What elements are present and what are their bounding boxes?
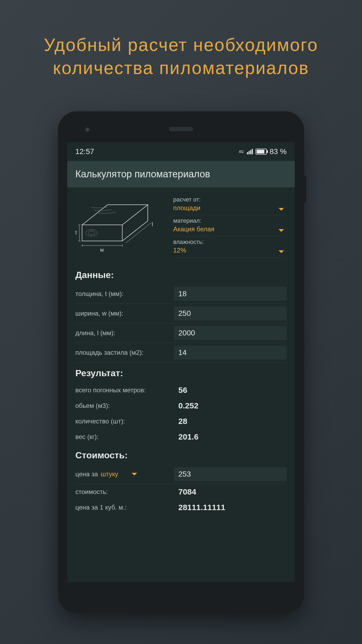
- weight-value: 201.6: [174, 432, 287, 441]
- total-cost-row: стоимость: 7084: [75, 484, 287, 500]
- length-input[interactable]: 2000: [174, 326, 287, 340]
- chevron-down-icon: [279, 208, 284, 211]
- price-per-cubic-label: цена за 1 куб. м.:: [75, 504, 174, 511]
- thickness-input[interactable]: 18: [174, 287, 287, 301]
- status-bar: 12:57 4G 83 %: [67, 142, 295, 161]
- width-label: ширина, w (мм):: [75, 310, 174, 317]
- price-per-cubic-value: 28111.11111: [174, 503, 287, 512]
- calc-from-value: площади: [173, 204, 287, 212]
- area-row: площадь застила (м2): 14: [75, 343, 287, 363]
- width-input[interactable]: 250: [174, 306, 287, 320]
- volume-row: обьем (м3): 0.252: [75, 398, 287, 414]
- cost-section-title: Стоимость:: [75, 445, 287, 464]
- area-input[interactable]: 14: [174, 346, 287, 360]
- linear-meters-row: всего погонных метров: 56: [75, 382, 287, 398]
- weight-label: вес (кг):: [75, 433, 174, 441]
- thickness-label: толщина, t (мм):: [75, 290, 174, 298]
- lumber-diagram: t w l: [75, 194, 165, 254]
- area-label: площадь застила (м2):: [75, 349, 174, 356]
- thickness-row: толщина, t (мм): 18: [75, 284, 287, 304]
- signal-icon: [247, 149, 253, 154]
- quantity-label: количество (шт):: [75, 418, 174, 425]
- status-time: 12:57: [75, 147, 94, 156]
- price-per-cubic-row: цена за 1 куб. м.: 28111.11111: [75, 500, 287, 512]
- quantity-value: 28: [174, 417, 287, 426]
- phone-side-button: [304, 176, 306, 203]
- total-cost-label: стоимость:: [75, 488, 174, 496]
- chevron-down-icon: [279, 250, 284, 253]
- result-section-title: Результат:: [75, 363, 287, 382]
- svg-point-1: [88, 231, 95, 235]
- material-dropdown[interactable]: материал: Акация белая: [173, 215, 287, 236]
- volume-label: обьем (м3):: [75, 402, 174, 409]
- length-label: длина, l (мм):: [75, 329, 174, 337]
- phone-speaker: [169, 127, 193, 131]
- price-per-row: цена за штуку 253: [75, 464, 287, 484]
- app-title: Калькулятор пиломатериалов: [67, 161, 295, 187]
- promo-headline: Удобный расчет необходимого количества п…: [0, 0, 362, 80]
- diagram-label-l: l: [152, 221, 153, 227]
- svg-line-8: [126, 223, 151, 243]
- diagram-label-t: t: [75, 229, 77, 235]
- price-unit-dropdown[interactable]: цена за штуку: [75, 470, 174, 478]
- volume-value: 0.252: [174, 401, 287, 410]
- svg-point-0: [86, 230, 97, 236]
- chevron-down-icon: [132, 473, 137, 475]
- chevron-down-icon: [279, 229, 284, 232]
- phone-frame: 12:57 4G 83 % Калькулятор пиломатериалов: [58, 111, 304, 613]
- network-type: 4G: [239, 149, 244, 154]
- material-label: материал:: [173, 217, 287, 224]
- calc-from-label: расчет от:: [173, 196, 287, 203]
- humidity-dropdown[interactable]: влажность: 12%: [173, 236, 287, 258]
- humidity-value: 12%: [173, 247, 287, 254]
- material-value: Акация белая: [173, 225, 287, 233]
- price-per-input[interactable]: 253: [174, 467, 287, 481]
- linear-meters-label: всего погонных метров:: [75, 386, 174, 394]
- width-row: ширина, w (мм): 250: [75, 304, 287, 323]
- quantity-row: количество (шт): 28: [75, 414, 287, 429]
- config-section: t w l расчет от: площади: [75, 187, 287, 264]
- data-section-title: Данные:: [75, 264, 287, 284]
- price-per-unit: штуку: [101, 470, 118, 478]
- price-per-label: цена за: [75, 470, 98, 478]
- phone-camera: [85, 127, 90, 132]
- status-indicators: 4G 83 %: [239, 147, 287, 156]
- phone-screen: 12:57 4G 83 % Калькулятор пиломатериалов: [67, 142, 295, 582]
- length-row: длина, l (мм): 2000: [75, 323, 287, 343]
- battery-icon: [256, 149, 267, 155]
- total-cost-value: 7084: [174, 487, 287, 496]
- calc-from-dropdown[interactable]: расчет от: площади: [173, 194, 287, 215]
- diagram-label-w: w: [100, 247, 104, 253]
- linear-meters-value: 56: [174, 386, 287, 395]
- weight-row: вес (кг): 201.6: [75, 429, 287, 445]
- app-content: t w l расчет от: площади: [67, 187, 295, 582]
- humidity-label: влажность:: [173, 239, 287, 246]
- battery-percent: 83 %: [269, 147, 287, 156]
